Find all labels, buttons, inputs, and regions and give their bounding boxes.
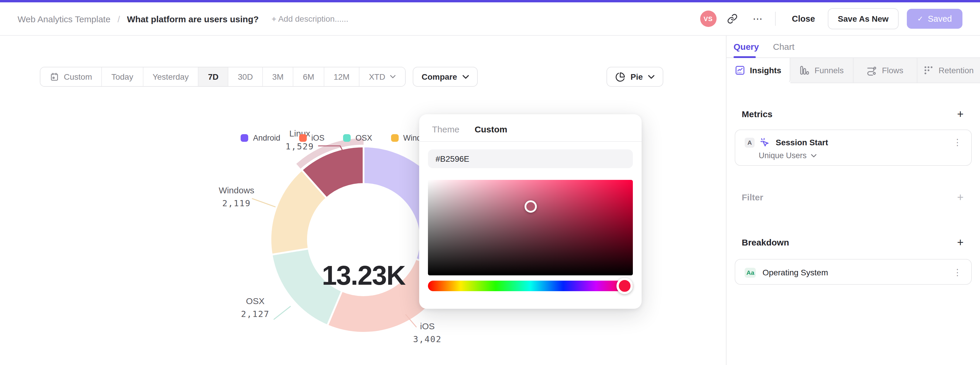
tab-custom[interactable]: Custom bbox=[474, 124, 507, 134]
metric-card[interactable]: A Session Start ⋮ Unique Users bbox=[735, 129, 972, 166]
breakdown-section-header: Breakdown + bbox=[742, 236, 965, 249]
metrics-title: Metrics bbox=[742, 109, 772, 119]
hex-color-input[interactable]: #B2596E bbox=[428, 150, 633, 168]
more-menu-button[interactable]: ⋯ bbox=[748, 9, 768, 29]
legend-swatch bbox=[344, 134, 351, 142]
slice-label-value: 2,127 bbox=[220, 308, 290, 321]
saved-button[interactable]: ✓ Saved bbox=[907, 9, 963, 29]
legend-item-android[interactable]: Android bbox=[234, 129, 286, 147]
view-tab-funnels[interactable]: Funnels bbox=[790, 58, 854, 83]
view-tab-retention[interactable]: Retention bbox=[917, 58, 980, 83]
close-button[interactable]: Close bbox=[785, 9, 822, 29]
metrics-section-header: Metrics + bbox=[742, 107, 965, 121]
event-spark-icon bbox=[759, 137, 770, 148]
tab-chart[interactable]: Chart bbox=[773, 41, 794, 51]
view-tab-label: Flows bbox=[882, 65, 903, 75]
view-tab-flows[interactable]: Flows bbox=[854, 58, 917, 83]
page-title: What platform are users using? bbox=[127, 14, 259, 24]
breakdown-title: Breakdown bbox=[742, 237, 789, 247]
sidebar-tab-row: Query Chart bbox=[727, 36, 980, 58]
legend-label: OSX bbox=[356, 134, 372, 142]
breadcrumb-root-link[interactable]: Web Analytics Template bbox=[18, 14, 110, 24]
breadcrumb: Web Analytics Template / What platform a… bbox=[18, 14, 348, 24]
header-divider bbox=[775, 12, 775, 26]
top-accent-bar bbox=[0, 0, 980, 2]
save-as-new-button[interactable]: Save As New bbox=[828, 8, 898, 29]
tab-query[interactable]: Query bbox=[733, 41, 759, 51]
slice-label-name: OSX bbox=[220, 294, 290, 308]
filter-title: Filter bbox=[742, 192, 763, 202]
funnels-icon bbox=[799, 65, 810, 76]
legend-label: Android bbox=[253, 134, 280, 142]
legend-label: iOS bbox=[311, 134, 325, 142]
add-metric-button[interactable]: + bbox=[956, 107, 965, 121]
retention-icon bbox=[924, 65, 934, 76]
slice-label-value: 2,119 bbox=[201, 197, 272, 210]
view-tab-insights[interactable]: Insights bbox=[727, 58, 790, 83]
legend-item-ios[interactable]: iOS bbox=[293, 129, 331, 147]
slice-label-ios: iOS3,402 bbox=[392, 319, 463, 346]
metric-menu-button[interactable]: ⋮ bbox=[953, 137, 962, 148]
view-tab-label: Retention bbox=[939, 65, 974, 75]
slice-label-osx: OSX2,127 bbox=[220, 294, 290, 321]
insight-type-tabs: InsightsFunnelsFlowsRetention bbox=[727, 58, 980, 83]
view-tab-label: Funnels bbox=[815, 65, 844, 75]
add-breakdown-button[interactable]: + bbox=[956, 236, 965, 249]
legend-item-osx[interactable]: OSX bbox=[337, 129, 379, 147]
tab-theme[interactable]: Theme bbox=[432, 124, 459, 134]
filter-section-header: Filter + bbox=[742, 190, 965, 204]
chevron-down-icon bbox=[811, 154, 817, 157]
active-tab-underline bbox=[733, 56, 756, 58]
hue-slider[interactable] bbox=[428, 281, 633, 291]
hue-slider-handle[interactable] bbox=[616, 278, 633, 294]
color-picker-tabs: Theme Custom bbox=[419, 114, 642, 142]
slice-label-windows: Windows2,119 bbox=[201, 183, 272, 210]
breakdown-menu-button[interactable]: ⋮ bbox=[953, 267, 962, 278]
breadcrumb-separator: / bbox=[118, 14, 120, 24]
add-description-button[interactable]: + Add description...... bbox=[272, 14, 348, 24]
donut-center-total: 13.23K bbox=[305, 260, 422, 291]
header-actions: VS ⋯ Close Save As New ✓ Saved bbox=[700, 8, 963, 29]
add-filter-button[interactable]: + bbox=[956, 190, 965, 204]
saturation-gradient-area[interactable] bbox=[428, 180, 633, 275]
metric-series-badge: A bbox=[745, 137, 755, 147]
saturation-handle[interactable] bbox=[525, 200, 537, 213]
slice-label-name: iOS bbox=[392, 319, 463, 333]
app-window: Web Analytics Template / What platform a… bbox=[0, 0, 980, 365]
check-icon: ✓ bbox=[917, 14, 923, 23]
metric-name: Session Start bbox=[776, 138, 828, 147]
flows-icon bbox=[867, 65, 877, 76]
slice-label-value: 3,402 bbox=[392, 333, 463, 346]
app-header: Web Analytics Template / What platform a… bbox=[0, 2, 980, 36]
slice-label-name: Windows bbox=[201, 183, 272, 197]
share-link-icon[interactable] bbox=[722, 9, 742, 29]
breakdown-card[interactable]: Aa Operating System ⋮ bbox=[735, 259, 972, 285]
insights-icon bbox=[735, 65, 745, 76]
color-picker-popup: Theme Custom #B2596E bbox=[419, 114, 642, 309]
legend-swatch bbox=[299, 134, 307, 142]
aggregation-dropdown[interactable]: Unique Users bbox=[735, 151, 971, 160]
chart-canvas: CustomTodayYesterday7D30D3M6M12MXTD Comp… bbox=[0, 36, 726, 365]
avatar[interactable]: VS bbox=[700, 11, 716, 27]
breakdown-property-name: Operating System bbox=[762, 268, 828, 277]
string-property-badge: Aa bbox=[745, 268, 756, 277]
legend-swatch bbox=[391, 134, 399, 142]
legend-swatch bbox=[240, 134, 248, 142]
view-tab-label: Insights bbox=[750, 65, 781, 75]
query-sidebar: Query Chart InsightsFunnelsFlowsRetentio… bbox=[726, 36, 980, 365]
